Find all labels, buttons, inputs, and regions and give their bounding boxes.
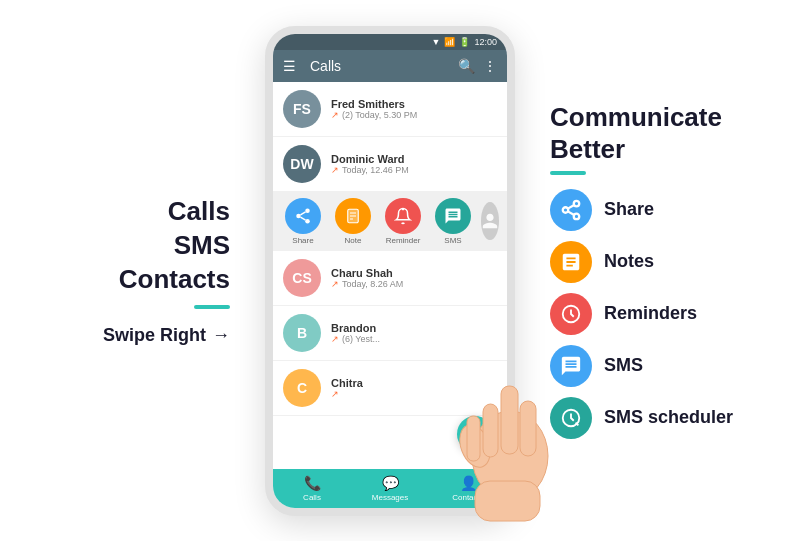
svg-point-1 (296, 213, 301, 218)
note-action-icon (335, 198, 371, 234)
contact-detail-dominic: ↗ Today, 12.46 PM (331, 165, 409, 175)
feature-share: Share (550, 189, 770, 231)
feature-sms-scheduler-icon (550, 397, 592, 439)
avatar-brandon: B (283, 314, 321, 352)
title-calls: Calls (119, 195, 230, 229)
signal-icon: 📶 (444, 37, 455, 47)
contact-info-fred: Fred Smithers ↗ (2) Today, 5.30 PM (331, 98, 417, 120)
contact-info-dominic: Dominic Ward ↗ Today, 12.46 PM (331, 153, 409, 175)
feature-sms-scheduler-label: SMS scheduler (604, 407, 733, 428)
call-arrow-chitra: ↗ (331, 389, 339, 399)
contact-info-brandon: Brandon ↗ (6) Yest... (331, 322, 380, 344)
nav-calls[interactable]: 📞 Calls (273, 475, 351, 502)
phone-content: FS Fred Smithers ↗ (2) Today, 5.30 PM DW… (273, 82, 507, 469)
left-panel: Calls SMS Contacts Swipe Right → (30, 195, 230, 345)
contact-name-brandon: Brandon (331, 322, 380, 334)
contact-name-chitra: Chitra (331, 377, 363, 389)
contact-row-fred[interactable]: FS Fred Smithers ↗ (2) Today, 5.30 PM (273, 82, 507, 137)
nav-messages[interactable]: 💬 Messages (351, 475, 429, 502)
call-arrow-brandon: ↗ (331, 334, 339, 344)
contact-row-charu[interactable]: CS Charu Shah ↗ Today, 8.26 AM (273, 251, 507, 306)
toolbar-title: Calls (310, 58, 450, 74)
contact-row-brandon[interactable]: B Brandon ↗ (6) Yest... (273, 306, 507, 361)
contact-name-fred: Fred Smithers (331, 98, 417, 110)
sms-action-icon (435, 198, 471, 234)
main-container: Calls SMS Contacts Swipe Right → ▼ 📶 🔋 1… (0, 0, 800, 541)
green-divider-left (194, 305, 230, 309)
svg-rect-11 (520, 401, 536, 456)
svg-point-18 (563, 207, 569, 213)
green-divider-right (550, 171, 586, 175)
left-titles: Calls SMS Contacts (119, 195, 230, 296)
fab-button[interactable] (457, 416, 493, 452)
action-reminder-label: Reminder (386, 236, 421, 245)
contact-row-chitra[interactable]: C Chitra ↗ (273, 361, 507, 416)
right-panel: Communicate Better Share Notes (550, 102, 770, 438)
call-arrow-charu: ↗ (331, 279, 339, 289)
feature-list: Share Notes Reminders SMS (550, 189, 770, 439)
svg-point-19 (574, 213, 580, 219)
communicate-line2: Better (550, 134, 625, 164)
nav-messages-icon: 💬 (382, 475, 399, 491)
nav-calls-icon: 📞 (304, 475, 321, 491)
contact-detail-brandon: ↗ (6) Yest... (331, 334, 380, 344)
contact-detail-chitra: ↗ (331, 389, 363, 399)
feature-notes: Notes (550, 241, 770, 283)
reminder-action-icon (385, 198, 421, 234)
contact-name-dominic: Dominic Ward (331, 153, 409, 165)
toolbar-icons: 🔍 ⋮ (458, 58, 497, 74)
call-arrow-dominic: ↗ (331, 165, 339, 175)
battery-icon: 🔋 (459, 37, 470, 47)
title-contacts: Contacts (119, 263, 230, 297)
phone-body: ▼ 📶 🔋 12:00 ☰ Calls 🔍 ⋮ FS (265, 26, 515, 516)
nav-contacts[interactable]: 👤 Contacts (429, 475, 507, 502)
share-action-icon (285, 198, 321, 234)
title-sms: SMS (119, 229, 230, 263)
svg-line-21 (568, 205, 574, 209)
wifi-icon: ▼ (432, 37, 441, 47)
feature-sms-label: SMS (604, 355, 643, 376)
phone-mockup: ▼ 📶 🔋 12:00 ☰ Calls 🔍 ⋮ FS (265, 26, 515, 516)
swipe-actions-bar: Share Note Reminder (273, 192, 507, 251)
action-reminder[interactable]: Reminder (381, 198, 425, 245)
contact-row-dominic[interactable]: DW Dominic Ward ↗ Today, 12.46 PM (273, 137, 507, 192)
contact-name-charu: Charu Shah (331, 267, 403, 279)
search-icon[interactable]: 🔍 (458, 58, 475, 74)
svg-point-17 (574, 201, 580, 207)
action-sms[interactable]: SMS (431, 198, 475, 245)
status-time: 12:00 (474, 37, 497, 47)
contact-detail-charu: ↗ Today, 8.26 AM (331, 279, 403, 289)
svg-point-0 (305, 208, 310, 213)
nav-contacts-icon: 👤 (460, 475, 477, 491)
nav-messages-label: Messages (372, 493, 408, 502)
svg-line-3 (300, 217, 305, 220)
communicate-line1: Communicate (550, 102, 722, 132)
action-note-label: Note (345, 236, 362, 245)
feature-share-icon (550, 189, 592, 231)
nav-calls-label: Calls (303, 493, 321, 502)
svg-point-9 (402, 208, 404, 210)
action-share-label: Share (292, 236, 313, 245)
feature-reminders-label: Reminders (604, 303, 697, 324)
phone-toolbar: ☰ Calls 🔍 ⋮ (273, 50, 507, 82)
avatar-dominic: DW (283, 145, 321, 183)
feature-share-label: Share (604, 199, 654, 220)
more-icon[interactable]: ⋮ (483, 58, 497, 74)
avatar-charu: CS (283, 259, 321, 297)
swiped-contact-avatar (481, 202, 499, 240)
feature-reminders: Reminders (550, 293, 770, 335)
feature-sms-icon (550, 345, 592, 387)
menu-icon[interactable]: ☰ (283, 58, 296, 74)
svg-line-4 (300, 211, 305, 214)
swipe-right-text: Swipe Right (103, 325, 206, 346)
swipe-right-arrow: → (212, 325, 230, 346)
action-note[interactable]: Note (331, 198, 375, 245)
feature-notes-icon (550, 241, 592, 283)
action-share[interactable]: Share (281, 198, 325, 245)
svg-point-2 (305, 219, 310, 224)
bottom-nav: 📞 Calls 💬 Messages 👤 Contacts (273, 469, 507, 508)
avatar-chitra: C (283, 369, 321, 407)
svg-line-20 (568, 211, 574, 215)
feature-sms-scheduler: SMS scheduler (550, 397, 770, 439)
status-bar: ▼ 📶 🔋 12:00 (273, 34, 507, 50)
